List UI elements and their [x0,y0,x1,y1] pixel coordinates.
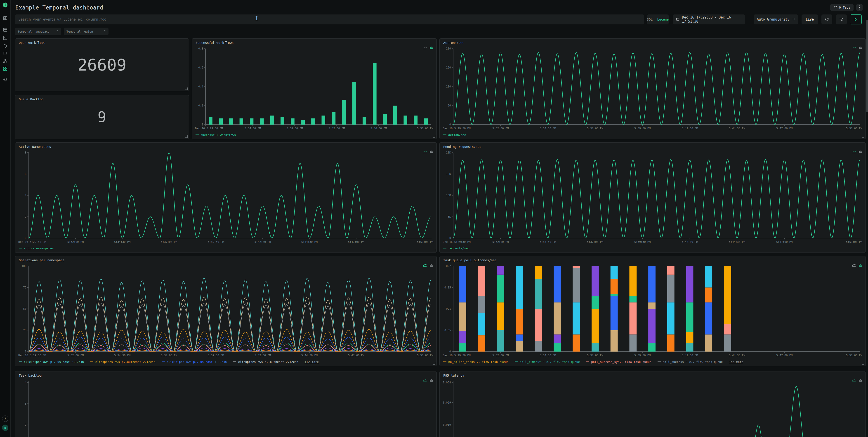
query-mode-toggle[interactable]: SQL | Lucene [647,14,669,24]
more-menu-button[interactable] [856,4,863,11]
svg-text:5:47:00 PM: 5:47:00 PM [348,354,364,357]
legend-item[interactable]: clickpipes-aws-p..-us-east-1.12c4n [162,360,227,364]
area-chart-toggle-icon[interactable] [852,263,856,267]
area-chart-toggle-icon[interactable] [852,379,856,382]
svg-text:0.038: 0.038 [443,381,451,384]
panel-resize-handle[interactable] [433,363,435,365]
bar-chart-toggle-icon[interactable] [429,263,433,267]
scrollbar-thumb[interactable] [866,20,868,112]
app-logo[interactable] [2,2,8,8]
svg-text:0.029: 0.029 [443,401,451,404]
svg-text:Dec 16 5:29:30 PM: Dec 16 5:29:30 PM [443,354,471,357]
settings-gear-icon[interactable] [2,77,8,82]
svg-text:5:34:30 PM: 5:34:30 PM [540,354,556,357]
area-chart-toggle-icon[interactable] [852,46,856,50]
panel-operations-namespace: Operations per namespace 0255075100Dec 1… [15,256,437,366]
dashboards-icon[interactable] [2,66,8,71]
actions-sec-chart[interactable]: 050100150200Dec 16 5:29:30 PM5:32:00 PM5… [442,46,863,131]
panel-resize-handle[interactable] [185,135,188,138]
legend-swatch [586,362,589,362]
legend-item[interactable]: poll_success_syn..-flow-task-queue [586,360,651,364]
task-backlog-chart[interactable]: 432 [18,379,434,437]
p95-latency-chart[interactable]: 0.0380.0290.019 [442,379,863,437]
legend-item[interactable]: no_poller_tasks ..-flow-task-queue [443,360,508,364]
legend-item[interactable]: action/sec [443,133,466,136]
metrics-icon[interactable] [2,35,8,41]
tags-button[interactable]: 0 Tags [830,4,854,11]
svg-text:5:51:00 PM: 5:51:00 PM [846,240,862,244]
legend-item[interactable]: active namespaces [19,247,54,250]
svg-text:5:46:00 PM: 5:46:00 PM [370,127,387,130]
operations-namespace-chart[interactable]: 0255075100Dec 16 5:29:30 PM5:32:00 PM5:3… [18,264,434,358]
area-chart-toggle-icon[interactable] [423,379,427,382]
svg-text:5:51:00 PM: 5:51:00 PM [846,127,862,130]
filter-button[interactable] [836,14,847,24]
legend-item[interactable]: clickpipes-aws-p..-us-east-2.12c4n [19,360,84,364]
svg-text:5:39:30 PM: 5:39:30 PM [634,354,651,357]
calendar-icon [676,17,680,22]
hosts-laptop-icon[interactable] [2,51,8,56]
panel-resize-handle[interactable] [862,363,864,365]
task-queue-polls-chart[interactable]: 00.050.10.150.2Dec 16 5:29:30 PM5:32:00 … [442,264,863,358]
successful-workflows-chart[interactable]: 00.20.40.60.8Dec 16 5:29:30 PM5:34:00 PM… [195,46,434,131]
refresh-button[interactable] [822,14,832,24]
panel-resize-handle[interactable] [862,135,864,138]
svg-text:5:39:30 PM: 5:39:30 PM [634,240,651,244]
filter-chip-namespace[interactable]: Temporal namespace [15,28,61,35]
legend-label: clickpipes-aws-p..outheast-2.12c4n [238,360,298,364]
collapse-sidebar-icon[interactable] [2,15,8,21]
legend-item[interactable]: poll_timeout · c..-flow-task-queue [515,360,580,364]
services-graph-icon[interactable] [2,58,8,64]
legend-item[interactable]: clickpipes-aws-p..outheast-2.12c4n [90,360,155,364]
panel-open-workflows: Open Workflows 26609 [15,38,189,91]
bar-chart-toggle-icon[interactable] [858,150,862,154]
active-namespaces-chart[interactable]: 02468Dec 16 5:29:30 PM5:32:00 PM5:34:30 … [18,150,434,245]
legend-item[interactable]: poll_success · c..-flow-task-queue [657,360,723,364]
legend-more-link[interactable]: +56 more [729,360,743,364]
area-chart-toggle-icon[interactable] [423,46,427,50]
svg-text:Dec 16 5:29:30 PM: Dec 16 5:29:30 PM [18,240,46,244]
panel-resize-handle[interactable] [185,88,188,90]
legend-item[interactable]: successful workflows [195,133,236,136]
pending-requests-chart[interactable]: 05K10K15K20KDec 16 5:29:30 PM5:32:00 PM5… [442,150,863,245]
date-range-picker[interactable]: Dec 16 17:29:30 - Dec 16 17:51:30 [673,14,745,24]
svg-text:3: 3 [25,402,26,405]
bar-chart-toggle-icon[interactable] [858,46,862,50]
panel-resize-handle[interactable] [433,249,435,251]
bar-chart-toggle-icon[interactable] [429,150,433,154]
svg-text:2: 2 [25,215,26,218]
alerts-bell-icon[interactable] [2,43,8,49]
run-query-button[interactable] [850,14,862,24]
svg-text:5:32:00 PM: 5:32:00 PM [67,354,84,357]
panel-resize-handle[interactable] [862,249,864,251]
legend-more-link[interactable]: +12 more [305,360,319,364]
help-button[interactable]: ? [2,415,8,422]
panel-task-queue-polls: Task queue poll outcomes/sec 00.050.10.1… [439,256,866,366]
chart-type-toggle [423,150,433,154]
kebab-icon [859,5,860,9]
chart-type-toggle [423,263,433,267]
mode-sql-label[interactable]: SQL [647,18,653,21]
svg-text:5:32:00 PM: 5:32:00 PM [492,127,508,130]
mode-lucene-label[interactable]: Lucene [657,18,669,21]
live-button[interactable]: Live [802,14,818,24]
area-chart-toggle-icon[interactable] [852,150,856,154]
granularity-select[interactable]: Auto Granularity [754,14,798,24]
tables-icon[interactable] [2,27,8,33]
user-avatar[interactable]: D [2,425,8,431]
area-chart-toggle-icon[interactable] [423,263,427,267]
search-input[interactable] [15,14,644,24]
bar-chart-toggle-icon[interactable] [858,379,862,382]
svg-text:5:39:30 PM: 5:39:30 PM [208,354,224,357]
svg-text:25: 25 [23,329,26,332]
bar-chart-toggle-icon[interactable] [429,46,433,50]
bar-chart-toggle-icon[interactable] [858,263,862,267]
bar-chart-toggle-icon[interactable] [429,379,433,382]
legend-item[interactable]: clickpipes-aws-p..outheast-2.12c4n [233,360,298,364]
legend-item[interactable]: requests/sec [443,247,469,250]
chart-legend: successful workflows [195,132,236,137]
filter-chip-region[interactable]: Temporal region [64,28,108,35]
svg-text:5:44:30 PM: 5:44:30 PM [729,240,745,244]
panel-resize-handle[interactable] [433,135,435,138]
area-chart-toggle-icon[interactable] [423,150,427,154]
